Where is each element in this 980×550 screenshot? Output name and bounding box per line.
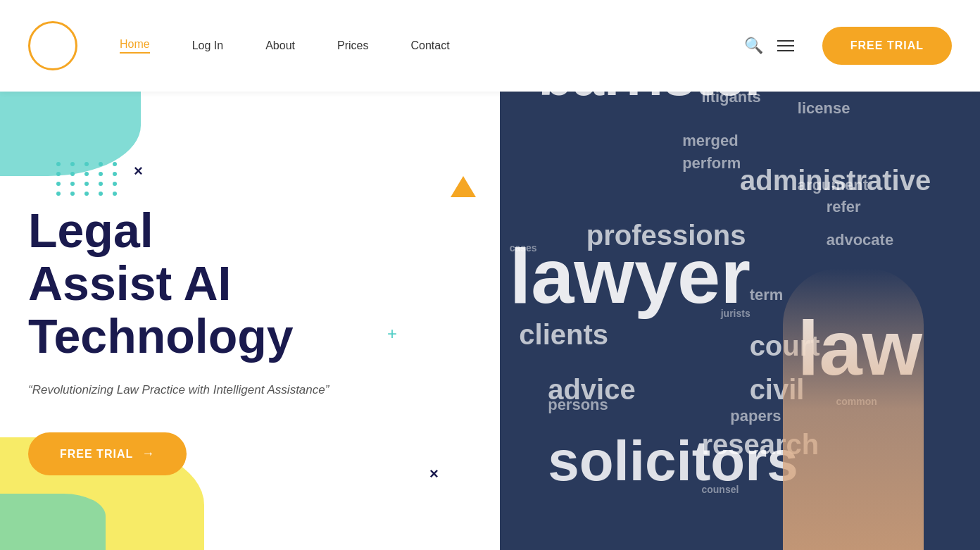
x-mark-1: × xyxy=(134,162,143,180)
hamburger-menu-icon[interactable] xyxy=(777,40,794,51)
word-cloud-word: counsel xyxy=(701,484,739,495)
word-cloud-word: perform xyxy=(682,154,741,173)
search-icon[interactable]: 🔍 xyxy=(744,37,763,55)
word-cloud-word: professions xyxy=(586,220,746,251)
word-cloud-word: papers xyxy=(730,407,781,425)
word-cloud-word: cases xyxy=(510,242,537,254)
word-cloud-word: argument xyxy=(798,176,868,194)
hero-title: Legal Assist AI Technology xyxy=(28,204,329,362)
deco-teal-bottom xyxy=(0,494,106,550)
nav-home[interactable]: Home xyxy=(120,38,150,54)
word-cloud-word: license xyxy=(798,99,850,118)
x-mark-2: × xyxy=(429,465,439,483)
word-cloud-word: advocate xyxy=(827,231,893,249)
nav-links: Home Log In About Prices Contact xyxy=(120,38,450,54)
triangle-orange-icon xyxy=(451,176,476,197)
plus-mark: + xyxy=(387,324,397,344)
hero-subtitle: “Revolutionizing Law Practice with Intel… xyxy=(28,383,329,397)
free-trial-nav-button[interactable]: FREE TRIAL xyxy=(822,27,952,65)
arrow-icon: → xyxy=(142,446,155,461)
word-cloud-word: refer xyxy=(827,198,861,216)
free-trial-main-label: FREE TRIAL xyxy=(60,448,133,461)
logo[interactable] xyxy=(28,21,77,70)
free-trial-main-button[interactable]: FREE TRIAL → xyxy=(28,432,187,475)
nav-login[interactable]: Log In xyxy=(192,39,223,52)
word-cloud-word: persons xyxy=(548,396,608,414)
navbar-right: 🔍 FREE TRIAL xyxy=(744,27,952,65)
hero-left-section: × × + Legal Assist AI Technology “Revolu… xyxy=(0,92,500,550)
word-cloud-word: term xyxy=(750,286,784,304)
word-cloud-word: merged xyxy=(682,132,738,150)
word-cloud-word: jurists xyxy=(721,308,750,319)
word-cloud-word: clients xyxy=(519,319,608,351)
nav-about[interactable]: About xyxy=(265,39,295,52)
dots-decoration xyxy=(56,162,121,196)
nav-contact[interactable]: Contact xyxy=(410,39,449,52)
hand-image xyxy=(783,268,924,550)
navbar: Home Log In About Prices Contact 🔍 FREE … xyxy=(0,0,980,92)
nav-prices[interactable]: Prices xyxy=(337,39,368,52)
hero-content: Legal Assist AI Technology “Revolutioniz… xyxy=(28,204,329,475)
